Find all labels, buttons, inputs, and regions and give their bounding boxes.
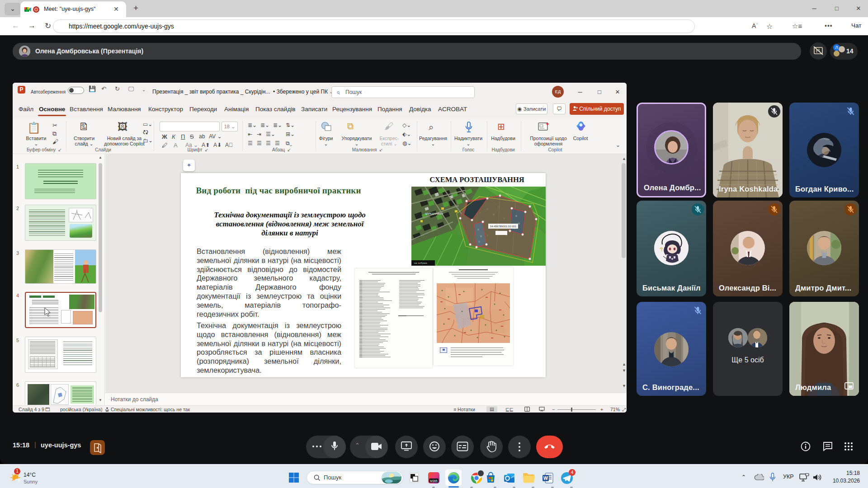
svg-text:34:456789001:02:001: 34:456789001:02:001: [490, 225, 517, 228]
svg-text:M365: M365: [430, 479, 438, 483]
svg-text:на зображ.: на зображ.: [414, 262, 428, 264]
svg-text:ЦАРЕДАРІВКА: ЦАРЕДАРІВКА: [425, 212, 443, 215]
svg-text:W: W: [543, 475, 548, 481]
